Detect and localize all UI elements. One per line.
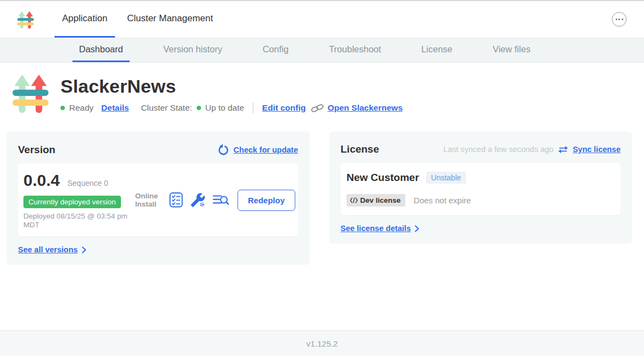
license-type-badge: Dev license bbox=[347, 194, 405, 207]
channel-badge: Unstable bbox=[426, 172, 466, 184]
sync-license-link[interactable]: Sync license bbox=[573, 145, 621, 154]
redeploy-button[interactable]: Redeploy bbox=[238, 190, 295, 211]
ellipsis-icon bbox=[616, 19, 617, 20]
version-number: 0.0.4 bbox=[23, 171, 60, 190]
app-logo-small bbox=[17, 1, 34, 38]
link-icon bbox=[311, 104, 324, 112]
currently-deployed-badge: Currently deployed version bbox=[23, 196, 121, 208]
subtab-dashboard[interactable]: Dashboard bbox=[72, 38, 130, 62]
app-sub-navigation: Dashboard Version history Config Trouble… bbox=[0, 38, 644, 63]
open-app-link[interactable]: Open Slackernews bbox=[327, 103, 403, 113]
tab-application[interactable]: Application bbox=[54, 1, 115, 38]
sequence-label: Sequence 0 bbox=[68, 179, 108, 187]
edit-config-link[interactable]: Edit config bbox=[262, 103, 306, 113]
app-status-row: Ready Details Cluster State: Up to date … bbox=[60, 102, 403, 113]
cluster-state-label: Cluster State: bbox=[141, 103, 192, 113]
slackernews-logo-icon bbox=[13, 72, 48, 114]
check-for-update-link[interactable]: Check for update bbox=[234, 146, 298, 154]
see-all-versions-link[interactable]: See all versions bbox=[18, 245, 78, 254]
edit-config-button[interactable] bbox=[190, 192, 205, 208]
tab-cluster-management-label: Cluster Management bbox=[127, 13, 213, 24]
view-diff-button[interactable] bbox=[212, 193, 229, 207]
top-navigation-bar: Application Cluster Management bbox=[0, 1, 644, 38]
slackernews-logo-icon bbox=[17, 10, 34, 29]
checklist-icon bbox=[169, 192, 183, 208]
console-version: v1.125.2 bbox=[306, 339, 338, 348]
app-footer: v1.125.2 bbox=[0, 330, 644, 356]
subtab-version-history[interactable]: Version history bbox=[157, 38, 229, 62]
subtab-troubleshoot[interactable]: Troubleshoot bbox=[323, 38, 388, 62]
license-type-label: Dev license bbox=[360, 196, 400, 204]
tab-cluster-management[interactable]: Cluster Management bbox=[119, 1, 221, 38]
divider bbox=[253, 102, 253, 113]
version-card-title: Version bbox=[18, 144, 56, 156]
app-header: SlackerNews Ready Details Cluster State:… bbox=[0, 63, 644, 116]
subtab-license[interactable]: License bbox=[415, 38, 459, 62]
chevron-right-icon bbox=[82, 246, 87, 253]
app-status-dot bbox=[60, 106, 65, 110]
license-card-title: License bbox=[341, 143, 379, 155]
see-license-details-link[interactable]: See license details bbox=[341, 224, 411, 233]
cluster-state-dot bbox=[197, 106, 201, 110]
dashboard-content: SlackerNews Ready Details Cluster State:… bbox=[0, 63, 644, 330]
lines-magnifier-icon bbox=[212, 193, 229, 207]
last-synced-text: Last synced a few seconds ago bbox=[443, 145, 554, 154]
refresh-icon bbox=[217, 143, 229, 156]
license-expiry: Does not expire bbox=[414, 196, 471, 205]
code-icon bbox=[350, 197, 358, 203]
tab-application-label: Application bbox=[62, 13, 107, 24]
current-version-panel: 0.0.4 Sequence 0 Currently deployed vers… bbox=[18, 164, 298, 237]
page-title: SlackerNews bbox=[60, 76, 403, 97]
sync-icon bbox=[558, 145, 568, 154]
details-link[interactable]: Details bbox=[101, 103, 129, 113]
wrench-gear-icon bbox=[190, 192, 205, 208]
more-options-button[interactable] bbox=[612, 12, 627, 27]
cluster-state-value: Up to date bbox=[205, 103, 245, 113]
license-card: License Last synced a few seconds ago Sy… bbox=[329, 131, 632, 244]
license-details-panel: New Customer Unstable Dev license bbox=[341, 163, 621, 215]
install-type-label: Online Install bbox=[135, 192, 162, 209]
app-logo-large bbox=[13, 72, 48, 116]
subtab-view-files[interactable]: View files bbox=[486, 38, 537, 62]
version-card: Version Check for update 0.0.4 Sequence … bbox=[7, 131, 309, 265]
app-status-text: Ready bbox=[69, 103, 94, 113]
preflight-checks-button[interactable] bbox=[169, 192, 183, 208]
customer-name: New Customer bbox=[347, 172, 419, 184]
subtab-config[interactable]: Config bbox=[256, 38, 295, 62]
deployed-timestamp: Deployed 08/15/25 @ 03:54 pm MDT bbox=[23, 212, 135, 229]
chevron-right-icon bbox=[415, 225, 420, 232]
